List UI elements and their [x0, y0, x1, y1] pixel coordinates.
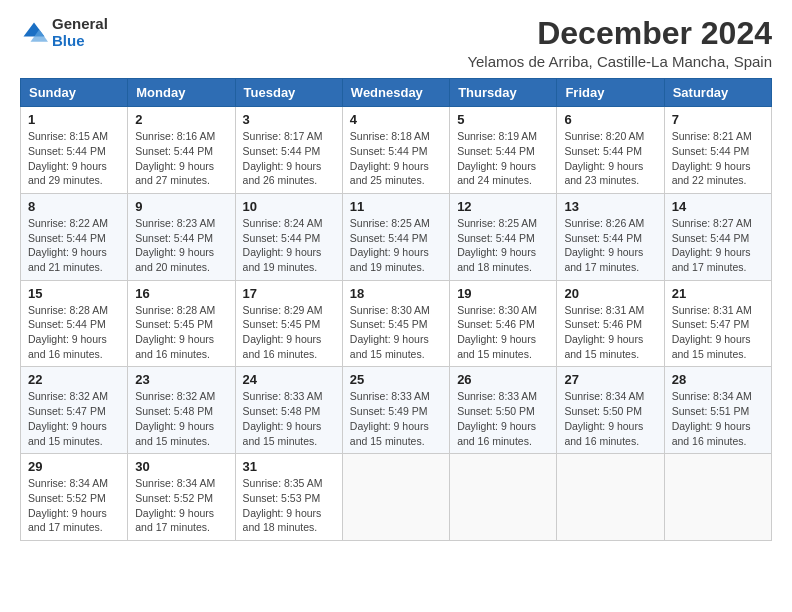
calendar-cell: 18Sunrise: 8:30 AMSunset: 5:45 PMDayligh…	[342, 280, 449, 367]
calendar-cell: 17Sunrise: 8:29 AMSunset: 5:45 PMDayligh…	[235, 280, 342, 367]
day-info: Sunrise: 8:33 AMSunset: 5:49 PMDaylight:…	[350, 390, 430, 446]
calendar-cell: 8Sunrise: 8:22 AMSunset: 5:44 PMDaylight…	[21, 193, 128, 280]
day-info: Sunrise: 8:25 AMSunset: 5:44 PMDaylight:…	[457, 217, 537, 273]
day-number: 8	[28, 199, 120, 214]
header: General Blue December 2024 Yelamos de Ar…	[20, 16, 772, 70]
weekday-header: Wednesday	[342, 79, 449, 107]
day-number: 21	[672, 286, 764, 301]
day-info: Sunrise: 8:30 AMSunset: 5:45 PMDaylight:…	[350, 304, 430, 360]
day-number: 9	[135, 199, 227, 214]
day-info: Sunrise: 8:29 AMSunset: 5:45 PMDaylight:…	[243, 304, 323, 360]
day-number: 2	[135, 112, 227, 127]
day-number: 12	[457, 199, 549, 214]
day-number: 16	[135, 286, 227, 301]
day-number: 7	[672, 112, 764, 127]
day-info: Sunrise: 8:19 AMSunset: 5:44 PMDaylight:…	[457, 130, 537, 186]
weekday-header: Thursday	[450, 79, 557, 107]
day-info: Sunrise: 8:20 AMSunset: 5:44 PMDaylight:…	[564, 130, 644, 186]
day-info: Sunrise: 8:33 AMSunset: 5:48 PMDaylight:…	[243, 390, 323, 446]
day-number: 15	[28, 286, 120, 301]
day-number: 27	[564, 372, 656, 387]
calendar-cell: 27Sunrise: 8:34 AMSunset: 5:50 PMDayligh…	[557, 367, 664, 454]
calendar-cell: 29Sunrise: 8:34 AMSunset: 5:52 PMDayligh…	[21, 454, 128, 541]
calendar-cell: 21Sunrise: 8:31 AMSunset: 5:47 PMDayligh…	[664, 280, 771, 367]
day-info: Sunrise: 8:28 AMSunset: 5:44 PMDaylight:…	[28, 304, 108, 360]
logo-text-line2: Blue	[52, 33, 108, 50]
day-info: Sunrise: 8:30 AMSunset: 5:46 PMDaylight:…	[457, 304, 537, 360]
day-info: Sunrise: 8:23 AMSunset: 5:44 PMDaylight:…	[135, 217, 215, 273]
calendar-cell: 28Sunrise: 8:34 AMSunset: 5:51 PMDayligh…	[664, 367, 771, 454]
day-number: 14	[672, 199, 764, 214]
calendar-cell: 6Sunrise: 8:20 AMSunset: 5:44 PMDaylight…	[557, 107, 664, 194]
calendar-cell: 4Sunrise: 8:18 AMSunset: 5:44 PMDaylight…	[342, 107, 449, 194]
day-info: Sunrise: 8:31 AMSunset: 5:46 PMDaylight:…	[564, 304, 644, 360]
day-info: Sunrise: 8:31 AMSunset: 5:47 PMDaylight:…	[672, 304, 752, 360]
day-info: Sunrise: 8:22 AMSunset: 5:44 PMDaylight:…	[28, 217, 108, 273]
day-info: Sunrise: 8:26 AMSunset: 5:44 PMDaylight:…	[564, 217, 644, 273]
day-info: Sunrise: 8:32 AMSunset: 5:47 PMDaylight:…	[28, 390, 108, 446]
weekday-header: Friday	[557, 79, 664, 107]
weekday-header: Tuesday	[235, 79, 342, 107]
day-number: 29	[28, 459, 120, 474]
day-number: 23	[135, 372, 227, 387]
day-info: Sunrise: 8:24 AMSunset: 5:44 PMDaylight:…	[243, 217, 323, 273]
day-info: Sunrise: 8:25 AMSunset: 5:44 PMDaylight:…	[350, 217, 430, 273]
day-info: Sunrise: 8:17 AMSunset: 5:44 PMDaylight:…	[243, 130, 323, 186]
day-number: 18	[350, 286, 442, 301]
logo-text-line1: General	[52, 16, 108, 33]
day-info: Sunrise: 8:28 AMSunset: 5:45 PMDaylight:…	[135, 304, 215, 360]
calendar-cell	[664, 454, 771, 541]
weekday-header-row: SundayMondayTuesdayWednesdayThursdayFrid…	[21, 79, 772, 107]
day-info: Sunrise: 8:35 AMSunset: 5:53 PMDaylight:…	[243, 477, 323, 533]
weekday-header: Saturday	[664, 79, 771, 107]
calendar-table: SundayMondayTuesdayWednesdayThursdayFrid…	[20, 78, 772, 541]
calendar-cell: 25Sunrise: 8:33 AMSunset: 5:49 PMDayligh…	[342, 367, 449, 454]
day-number: 30	[135, 459, 227, 474]
calendar-cell: 22Sunrise: 8:32 AMSunset: 5:47 PMDayligh…	[21, 367, 128, 454]
day-info: Sunrise: 8:16 AMSunset: 5:44 PMDaylight:…	[135, 130, 215, 186]
logo-icon	[20, 19, 48, 47]
day-number: 6	[564, 112, 656, 127]
day-number: 26	[457, 372, 549, 387]
calendar-cell: 23Sunrise: 8:32 AMSunset: 5:48 PMDayligh…	[128, 367, 235, 454]
day-info: Sunrise: 8:18 AMSunset: 5:44 PMDaylight:…	[350, 130, 430, 186]
calendar-cell: 30Sunrise: 8:34 AMSunset: 5:52 PMDayligh…	[128, 454, 235, 541]
title-block: December 2024 Yelamos de Arriba, Castill…	[467, 16, 772, 70]
weekday-header: Monday	[128, 79, 235, 107]
day-number: 25	[350, 372, 442, 387]
calendar-cell: 12Sunrise: 8:25 AMSunset: 5:44 PMDayligh…	[450, 193, 557, 280]
calendar-cell: 3Sunrise: 8:17 AMSunset: 5:44 PMDaylight…	[235, 107, 342, 194]
day-number: 13	[564, 199, 656, 214]
calendar-cell: 24Sunrise: 8:33 AMSunset: 5:48 PMDayligh…	[235, 367, 342, 454]
day-number: 31	[243, 459, 335, 474]
day-number: 22	[28, 372, 120, 387]
weekday-header: Sunday	[21, 79, 128, 107]
location-title: Yelamos de Arriba, Castille-La Mancha, S…	[467, 53, 772, 70]
calendar-cell: 26Sunrise: 8:33 AMSunset: 5:50 PMDayligh…	[450, 367, 557, 454]
month-title: December 2024	[467, 16, 772, 51]
day-info: Sunrise: 8:34 AMSunset: 5:51 PMDaylight:…	[672, 390, 752, 446]
day-info: Sunrise: 8:34 AMSunset: 5:52 PMDaylight:…	[28, 477, 108, 533]
day-number: 3	[243, 112, 335, 127]
logo: General Blue	[20, 16, 108, 49]
calendar-week-row: 29Sunrise: 8:34 AMSunset: 5:52 PMDayligh…	[21, 454, 772, 541]
calendar-cell: 31Sunrise: 8:35 AMSunset: 5:53 PMDayligh…	[235, 454, 342, 541]
day-number: 1	[28, 112, 120, 127]
calendar-cell: 7Sunrise: 8:21 AMSunset: 5:44 PMDaylight…	[664, 107, 771, 194]
calendar-cell: 20Sunrise: 8:31 AMSunset: 5:46 PMDayligh…	[557, 280, 664, 367]
day-info: Sunrise: 8:34 AMSunset: 5:50 PMDaylight:…	[564, 390, 644, 446]
day-info: Sunrise: 8:34 AMSunset: 5:52 PMDaylight:…	[135, 477, 215, 533]
calendar-cell: 10Sunrise: 8:24 AMSunset: 5:44 PMDayligh…	[235, 193, 342, 280]
day-info: Sunrise: 8:33 AMSunset: 5:50 PMDaylight:…	[457, 390, 537, 446]
calendar-week-row: 22Sunrise: 8:32 AMSunset: 5:47 PMDayligh…	[21, 367, 772, 454]
day-number: 24	[243, 372, 335, 387]
calendar-cell: 15Sunrise: 8:28 AMSunset: 5:44 PMDayligh…	[21, 280, 128, 367]
day-number: 5	[457, 112, 549, 127]
day-number: 28	[672, 372, 764, 387]
day-info: Sunrise: 8:15 AMSunset: 5:44 PMDaylight:…	[28, 130, 108, 186]
calendar-cell: 13Sunrise: 8:26 AMSunset: 5:44 PMDayligh…	[557, 193, 664, 280]
day-info: Sunrise: 8:21 AMSunset: 5:44 PMDaylight:…	[672, 130, 752, 186]
day-info: Sunrise: 8:32 AMSunset: 5:48 PMDaylight:…	[135, 390, 215, 446]
calendar-cell	[450, 454, 557, 541]
calendar-cell: 19Sunrise: 8:30 AMSunset: 5:46 PMDayligh…	[450, 280, 557, 367]
